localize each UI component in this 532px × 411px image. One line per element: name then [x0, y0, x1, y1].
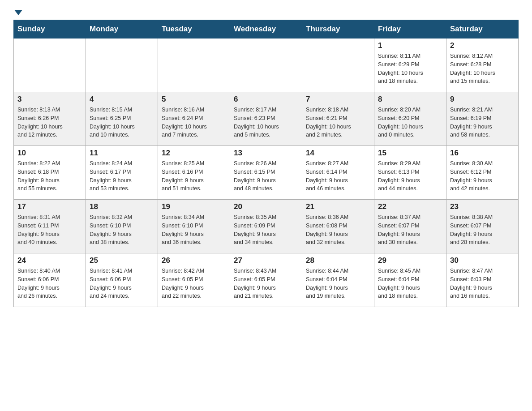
day-number: 18	[90, 202, 154, 211]
day-info: Sunrise: 8:22 AM Sunset: 6:18 PM Dayligh…	[17, 159, 82, 193]
calendar-cell	[14, 39, 86, 92]
calendar-cell: 16Sunrise: 8:30 AM Sunset: 6:12 PM Dayli…	[446, 146, 519, 200]
day-number: 4	[90, 95, 154, 104]
calendar-cell	[230, 39, 302, 92]
day-info: Sunrise: 8:18 AM Sunset: 6:21 PM Dayligh…	[306, 106, 370, 139]
day-number: 22	[378, 202, 442, 211]
calendar-cell: 4Sunrise: 8:15 AM Sunset: 6:25 PM Daylig…	[86, 92, 158, 146]
calendar-cell: 18Sunrise: 8:32 AM Sunset: 6:10 PM Dayli…	[86, 200, 158, 253]
calendar-cell: 15Sunrise: 8:29 AM Sunset: 6:13 PM Dayli…	[374, 146, 446, 200]
day-number: 8	[378, 95, 442, 104]
day-number: 26	[162, 256, 226, 265]
calendar-cell: 5Sunrise: 8:16 AM Sunset: 6:24 PM Daylig…	[158, 92, 230, 146]
day-info: Sunrise: 8:43 AM Sunset: 6:05 PM Dayligh…	[234, 267, 298, 300]
calendar-cell: 30Sunrise: 8:47 AM Sunset: 6:03 PM Dayli…	[446, 253, 519, 307]
calendar-cell	[158, 39, 230, 92]
day-number: 15	[378, 149, 442, 158]
calendar-cell: 12Sunrise: 8:25 AM Sunset: 6:16 PM Dayli…	[158, 146, 230, 200]
calendar-cell: 29Sunrise: 8:45 AM Sunset: 6:04 PM Dayli…	[374, 253, 446, 307]
calendar-cell: 11Sunrise: 8:24 AM Sunset: 6:17 PM Dayli…	[86, 146, 158, 200]
day-info: Sunrise: 8:47 AM Sunset: 6:03 PM Dayligh…	[450, 267, 515, 300]
weekday-header-saturday: Saturday	[446, 20, 519, 39]
calendar-week-4: 17Sunrise: 8:31 AM Sunset: 6:11 PM Dayli…	[14, 200, 519, 253]
day-info: Sunrise: 8:31 AM Sunset: 6:11 PM Dayligh…	[17, 213, 82, 247]
calendar-cell: 27Sunrise: 8:43 AM Sunset: 6:05 PM Dayli…	[230, 253, 302, 307]
calendar-cell: 20Sunrise: 8:35 AM Sunset: 6:09 PM Dayli…	[230, 200, 302, 253]
weekday-header-wednesday: Wednesday	[230, 20, 302, 39]
day-info: Sunrise: 8:29 AM Sunset: 6:13 PM Dayligh…	[378, 159, 442, 193]
day-number: 29	[378, 256, 442, 265]
day-number: 13	[234, 149, 298, 158]
day-number: 7	[306, 95, 370, 104]
weekday-header-row: SundayMondayTuesdayWednesdayThursdayFrid…	[14, 20, 519, 39]
day-info: Sunrise: 8:16 AM Sunset: 6:24 PM Dayligh…	[162, 106, 226, 139]
calendar-cell: 26Sunrise: 8:42 AM Sunset: 6:05 PM Dayli…	[158, 253, 230, 307]
day-number: 3	[17, 95, 82, 104]
day-number: 28	[306, 256, 370, 265]
day-info: Sunrise: 8:30 AM Sunset: 6:12 PM Dayligh…	[450, 159, 515, 193]
day-number: 10	[17, 149, 82, 158]
day-number: 11	[90, 149, 154, 158]
day-info: Sunrise: 8:17 AM Sunset: 6:23 PM Dayligh…	[234, 106, 298, 139]
day-number: 9	[450, 95, 515, 104]
day-info: Sunrise: 8:13 AM Sunset: 6:26 PM Dayligh…	[17, 106, 82, 139]
weekday-header-tuesday: Tuesday	[158, 20, 230, 39]
day-info: Sunrise: 8:25 AM Sunset: 6:16 PM Dayligh…	[162, 159, 226, 193]
calendar-cell: 25Sunrise: 8:41 AM Sunset: 6:06 PM Dayli…	[86, 253, 158, 307]
day-number: 2	[450, 41, 515, 50]
calendar-cell: 7Sunrise: 8:18 AM Sunset: 6:21 PM Daylig…	[302, 92, 374, 146]
day-number: 23	[450, 202, 515, 211]
calendar-body: 1Sunrise: 8:11 AM Sunset: 6:29 PM Daylig…	[14, 39, 519, 307]
calendar-cell: 19Sunrise: 8:34 AM Sunset: 6:10 PM Dayli…	[158, 200, 230, 253]
day-number: 1	[378, 41, 442, 50]
day-info: Sunrise: 8:37 AM Sunset: 6:07 PM Dayligh…	[378, 213, 442, 247]
day-number: 16	[450, 149, 515, 158]
day-info: Sunrise: 8:36 AM Sunset: 6:08 PM Dayligh…	[306, 213, 370, 247]
calendar-cell: 10Sunrise: 8:22 AM Sunset: 6:18 PM Dayli…	[14, 146, 86, 200]
day-number: 25	[90, 256, 154, 265]
weekday-header-sunday: Sunday	[14, 20, 86, 39]
weekday-header-monday: Monday	[86, 20, 158, 39]
calendar-cell: 1Sunrise: 8:11 AM Sunset: 6:29 PM Daylig…	[374, 39, 446, 92]
calendar-cell: 8Sunrise: 8:20 AM Sunset: 6:20 PM Daylig…	[374, 92, 446, 146]
calendar-week-2: 3Sunrise: 8:13 AM Sunset: 6:26 PM Daylig…	[14, 92, 519, 146]
day-number: 19	[162, 202, 226, 211]
calendar-table: SundayMondayTuesdayWednesdayThursdayFrid…	[13, 20, 519, 307]
day-number: 17	[17, 202, 82, 211]
day-info: Sunrise: 8:11 AM Sunset: 6:29 PM Dayligh…	[378, 52, 442, 86]
day-info: Sunrise: 8:32 AM Sunset: 6:10 PM Dayligh…	[90, 213, 154, 247]
day-info: Sunrise: 8:41 AM Sunset: 6:06 PM Dayligh…	[90, 267, 154, 300]
day-info: Sunrise: 8:20 AM Sunset: 6:20 PM Dayligh…	[378, 106, 442, 139]
calendar-cell	[302, 39, 374, 92]
day-info: Sunrise: 8:38 AM Sunset: 6:07 PM Dayligh…	[450, 213, 515, 247]
calendar-cell: 6Sunrise: 8:17 AM Sunset: 6:23 PM Daylig…	[230, 92, 302, 146]
calendar-cell: 28Sunrise: 8:44 AM Sunset: 6:04 PM Dayli…	[302, 253, 374, 307]
calendar-cell: 24Sunrise: 8:40 AM Sunset: 6:06 PM Dayli…	[14, 253, 86, 307]
day-number: 12	[162, 149, 226, 158]
day-info: Sunrise: 8:45 AM Sunset: 6:04 PM Dayligh…	[378, 267, 442, 300]
calendar-cell: 17Sunrise: 8:31 AM Sunset: 6:11 PM Dayli…	[14, 200, 86, 253]
day-info: Sunrise: 8:24 AM Sunset: 6:17 PM Dayligh…	[90, 159, 154, 193]
day-info: Sunrise: 8:35 AM Sunset: 6:09 PM Dayligh…	[234, 213, 298, 247]
day-number: 27	[234, 256, 298, 265]
calendar-cell	[86, 39, 158, 92]
day-info: Sunrise: 8:42 AM Sunset: 6:05 PM Dayligh…	[162, 267, 226, 300]
weekday-header-friday: Friday	[374, 20, 446, 39]
calendar-week-3: 10Sunrise: 8:22 AM Sunset: 6:18 PM Dayli…	[14, 146, 519, 200]
logo-arrow-icon	[14, 10, 22, 15]
day-info: Sunrise: 8:34 AM Sunset: 6:10 PM Dayligh…	[162, 213, 226, 247]
calendar-cell: 13Sunrise: 8:26 AM Sunset: 6:15 PM Dayli…	[230, 146, 302, 200]
day-info: Sunrise: 8:26 AM Sunset: 6:15 PM Dayligh…	[234, 159, 298, 193]
day-info: Sunrise: 8:15 AM Sunset: 6:25 PM Dayligh…	[90, 106, 154, 139]
day-number: 6	[234, 95, 298, 104]
day-info: Sunrise: 8:27 AM Sunset: 6:14 PM Dayligh…	[306, 159, 370, 193]
day-info: Sunrise: 8:12 AM Sunset: 6:28 PM Dayligh…	[450, 52, 515, 86]
calendar-week-5: 24Sunrise: 8:40 AM Sunset: 6:06 PM Dayli…	[14, 253, 519, 307]
page-header	[13, 9, 519, 15]
day-number: 14	[306, 149, 370, 158]
day-number: 24	[17, 256, 82, 265]
day-number: 5	[162, 95, 226, 104]
day-info: Sunrise: 8:44 AM Sunset: 6:04 PM Dayligh…	[306, 267, 370, 300]
calendar-cell: 9Sunrise: 8:21 AM Sunset: 6:19 PM Daylig…	[446, 92, 519, 146]
calendar-cell: 3Sunrise: 8:13 AM Sunset: 6:26 PM Daylig…	[14, 92, 86, 146]
